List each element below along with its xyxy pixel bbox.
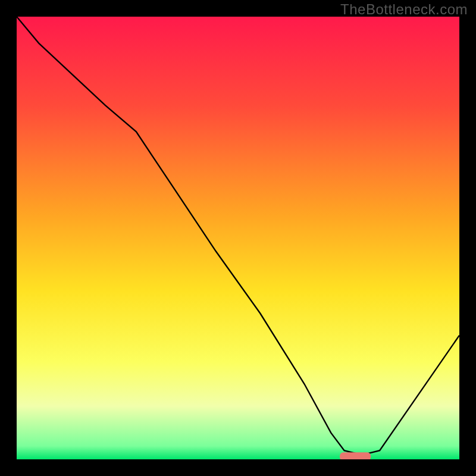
plot-area: [17, 17, 459, 459]
watermark-label: TheBottleneck.com: [340, 1, 468, 18]
chart-svg: [17, 17, 459, 459]
gradient-background: [17, 17, 459, 459]
optimal-range-marker: [340, 452, 371, 459]
chart-frame: TheBottleneck.com: [0, 0, 476, 476]
